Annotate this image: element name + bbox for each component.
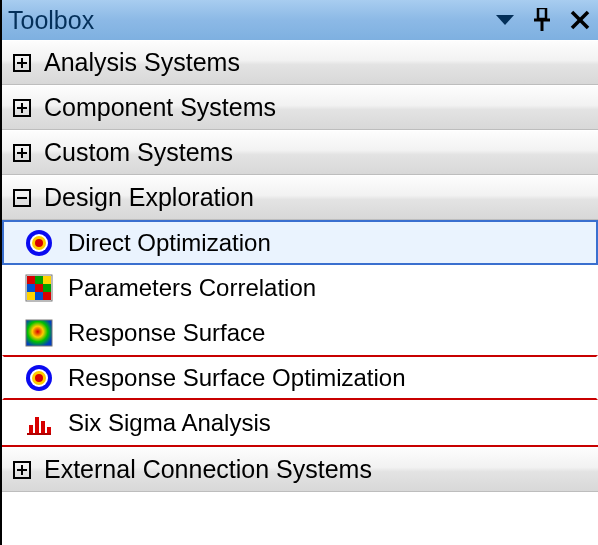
section-label: Custom Systems: [44, 138, 233, 167]
panel-controls: [496, 8, 592, 32]
mosaic-icon: [24, 273, 54, 303]
item-label: Parameters Correlation: [68, 274, 316, 302]
section-component-systems[interactable]: Component Systems: [2, 85, 598, 130]
target-icon: [24, 228, 54, 258]
svg-point-20: [35, 239, 43, 247]
section-label: Analysis Systems: [44, 48, 240, 77]
item-response-surface[interactable]: Response Surface: [2, 310, 598, 355]
svg-rect-37: [29, 425, 33, 433]
svg-marker-0: [496, 15, 514, 25]
svg-rect-28: [27, 292, 35, 300]
close-icon[interactable]: [570, 10, 590, 30]
expand-icon[interactable]: [12, 460, 32, 480]
svg-rect-38: [35, 417, 39, 433]
svg-rect-27: [43, 284, 51, 292]
item-label: Direct Optimization: [68, 229, 271, 257]
dropdown-icon[interactable]: [496, 15, 514, 25]
svg-rect-25: [27, 284, 35, 292]
item-label: Response Surface: [68, 319, 265, 347]
section-external-connection-systems[interactable]: External Connection Systems: [2, 447, 598, 492]
item-label: Six Sigma Analysis: [68, 409, 271, 437]
panel-titlebar: Toolbox: [2, 0, 598, 40]
section-analysis-systems[interactable]: Analysis Systems: [2, 40, 598, 85]
svg-rect-22: [27, 276, 35, 284]
svg-rect-26: [35, 284, 43, 292]
section-label: External Connection Systems: [44, 455, 372, 484]
section-label: Design Exploration: [44, 183, 254, 212]
svg-rect-29: [35, 292, 43, 300]
pin-icon[interactable]: [532, 8, 552, 32]
expand-icon[interactable]: [12, 98, 32, 118]
svg-rect-39: [41, 421, 45, 433]
section-design-exploration[interactable]: Design Exploration: [2, 175, 598, 220]
toolbox-panel: Toolbox: [0, 0, 598, 545]
svg-point-35: [35, 374, 43, 382]
item-parameters-correlation[interactable]: Parameters Correlation: [2, 265, 598, 310]
item-six-sigma-analysis[interactable]: Six Sigma Analysis: [2, 400, 598, 445]
section-label: Component Systems: [44, 93, 276, 122]
svg-rect-31: [26, 320, 52, 346]
svg-rect-40: [47, 427, 51, 433]
svg-rect-36: [27, 433, 51, 435]
target-icon: [24, 363, 54, 393]
item-label: Response Surface Optimization: [68, 364, 406, 392]
expand-icon[interactable]: [12, 53, 32, 73]
collapse-icon[interactable]: [12, 188, 32, 208]
svg-rect-23: [35, 276, 43, 284]
svg-rect-24: [43, 276, 51, 284]
bar-chart-icon: [24, 408, 54, 438]
section-custom-systems[interactable]: Custom Systems: [2, 130, 598, 175]
design-exploration-children: Direct Optimization Parameters Correlati…: [2, 220, 598, 447]
item-direct-optimization[interactable]: Direct Optimization: [2, 220, 598, 265]
panel-title: Toolbox: [6, 6, 94, 35]
svg-rect-30: [43, 292, 51, 300]
expand-icon[interactable]: [12, 143, 32, 163]
heatmap-icon: [24, 318, 54, 348]
svg-rect-1: [538, 8, 546, 19]
item-response-surface-optimization[interactable]: Response Surface Optimization: [2, 355, 598, 400]
